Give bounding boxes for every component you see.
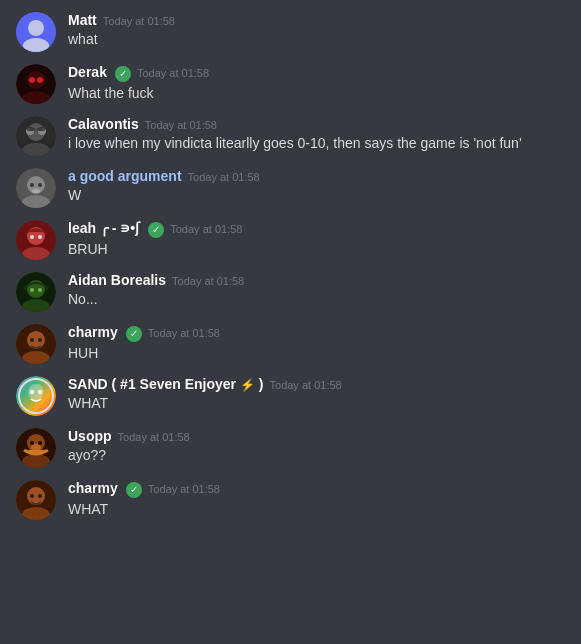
timestamp: Today at 01:58 — [118, 431, 190, 443]
verified-icon: ✓ — [126, 326, 142, 342]
message-header: leah ╭ - ∍•ʃ ✓ Today at 01:58 — [68, 220, 565, 238]
message-header: Derak ✓ Today at 01:58 — [68, 64, 565, 82]
avatar — [16, 12, 56, 52]
message-content: Derak ✓ Today at 01:58 What the fuck — [68, 64, 565, 103]
message-text: BRUH — [68, 240, 565, 260]
message-content: SAND ( #1 Seven Enjoyer ⚡ ) Today at 01:… — [68, 376, 565, 414]
message-group: SAND ( #1 Seven Enjoyer ⚡ ) Today at 01:… — [0, 372, 581, 420]
svg-point-29 — [30, 288, 34, 292]
avatar — [16, 220, 56, 260]
timestamp: Today at 01:58 — [188, 171, 260, 183]
timestamp: Today at 01:58 — [145, 119, 217, 131]
avatar — [16, 376, 56, 416]
timestamp: Today at 01:58 — [170, 223, 242, 235]
message-content: charmy ✓ Today at 01:58 WHAT — [68, 480, 565, 519]
message-text: WHAT — [68, 500, 565, 520]
timestamp: Today at 01:58 — [103, 15, 175, 27]
message-group: Usopp Today at 01:58 ayo?? — [0, 424, 581, 472]
message-text: i love when my vindicta litearlly goes 0… — [68, 134, 565, 154]
username: SAND ( #1 Seven Enjoyer ⚡ ) — [68, 376, 264, 392]
avatar — [16, 168, 56, 208]
message-group: leah ╭ - ∍•ʃ ✓ Today at 01:58 BRUH — [0, 216, 581, 264]
verified-icon: ✓ — [115, 66, 131, 82]
message-header: SAND ( #1 Seven Enjoyer ⚡ ) Today at 01:… — [68, 376, 565, 392]
svg-point-39 — [30, 390, 34, 394]
svg-point-19 — [38, 183, 42, 187]
timestamp: Today at 01:58 — [148, 483, 220, 495]
message-text: W — [68, 186, 565, 206]
message-group: charmy ✓ Today at 01:58 WHAT — [0, 476, 581, 524]
username: Calavontis — [68, 116, 139, 132]
message-content: Usopp Today at 01:58 ayo?? — [68, 428, 565, 466]
svg-point-48 — [27, 487, 45, 505]
message-text: What the fuck — [68, 84, 565, 104]
message-text: ayo?? — [68, 446, 565, 466]
svg-point-30 — [38, 288, 42, 292]
svg-point-6 — [29, 77, 35, 83]
username: Aidan Borealis — [68, 272, 166, 288]
svg-point-20 — [32, 189, 40, 193]
message-header: charmy ✓ Today at 01:58 — [68, 324, 565, 342]
svg-point-51 — [38, 494, 42, 498]
message-group: Matt Today at 01:58 what — [0, 8, 581, 56]
message-header: Usopp Today at 01:58 — [68, 428, 565, 444]
message-group: charmy ✓ Today at 01:58 HUH — [0, 320, 581, 368]
timestamp: Today at 01:58 — [172, 275, 244, 287]
message-group: a good argument Today at 01:58 W — [0, 164, 581, 212]
message-group: Calavontis Today at 01:58 i love when my… — [0, 112, 581, 160]
timestamp: Today at 01:58 — [148, 327, 220, 339]
timestamp: Today at 01:58 — [137, 67, 209, 79]
message-content: Matt Today at 01:58 what — [68, 12, 565, 50]
timestamp: Today at 01:58 — [270, 379, 342, 391]
message-text: WHAT — [68, 394, 565, 414]
message-header: a good argument Today at 01:58 — [68, 168, 565, 184]
messages-container: Matt Today at 01:58 what Derak ✓ Today a… — [0, 0, 581, 536]
message-header: Calavontis Today at 01:58 — [68, 116, 565, 132]
avatar — [16, 64, 56, 104]
message-text: HUH — [68, 344, 565, 364]
message-content: Calavontis Today at 01:58 i love when my… — [68, 116, 565, 154]
username: Matt — [68, 12, 97, 28]
username: Usopp — [68, 428, 112, 444]
svg-point-40 — [38, 390, 42, 394]
message-header: Aidan Borealis Today at 01:58 — [68, 272, 565, 288]
svg-point-24 — [30, 235, 34, 239]
username: a good argument — [68, 168, 182, 184]
svg-point-7 — [37, 77, 43, 83]
username: charmy — [68, 480, 118, 496]
svg-point-45 — [30, 441, 34, 445]
svg-point-25 — [38, 235, 42, 239]
message-text: No... — [68, 290, 565, 310]
avatar — [16, 272, 56, 312]
message-group: Derak ✓ Today at 01:58 What the fuck — [0, 60, 581, 108]
svg-point-50 — [30, 494, 34, 498]
username: charmy — [68, 324, 118, 340]
avatar — [16, 480, 56, 520]
avatar — [16, 116, 56, 156]
message-header: charmy ✓ Today at 01:58 — [68, 480, 565, 498]
message-group: Aidan Borealis Today at 01:58 No... — [0, 268, 581, 316]
bolt-icon: ⚡ — [240, 378, 255, 392]
svg-point-46 — [38, 441, 42, 445]
svg-point-32 — [27, 331, 45, 349]
message-content: leah ╭ - ∍•ʃ ✓ Today at 01:58 BRUH — [68, 220, 565, 259]
message-content: a good argument Today at 01:58 W — [68, 168, 565, 206]
verified-icon: ✓ — [126, 482, 142, 498]
username: leah ╭ - ∍•ʃ — [68, 220, 140, 236]
svg-point-18 — [30, 183, 34, 187]
message-content: Aidan Borealis Today at 01:58 No... — [68, 272, 565, 310]
message-content: charmy ✓ Today at 01:58 HUH — [68, 324, 565, 363]
avatar — [16, 324, 56, 364]
message-text: what — [68, 30, 565, 50]
username: Derak — [68, 64, 107, 80]
svg-point-34 — [30, 338, 34, 342]
message-header: Matt Today at 01:58 — [68, 12, 565, 28]
avatar — [16, 428, 56, 468]
svg-point-35 — [38, 338, 42, 342]
verified-icon: ✓ — [148, 222, 164, 238]
svg-point-1 — [28, 20, 44, 36]
